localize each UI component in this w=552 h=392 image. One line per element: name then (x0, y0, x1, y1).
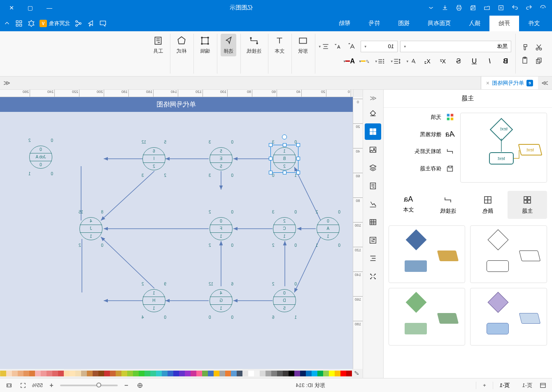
option-font[interactable]: Aa微软雅黑 (389, 130, 454, 139)
color-swatch[interactable] (283, 371, 289, 376)
theme-card[interactable] (470, 225, 547, 283)
node-G[interactable]: 612 4G1 00 (210, 289, 233, 312)
color-swatch[interactable] (300, 371, 306, 376)
color-swatch[interactable] (329, 371, 335, 376)
color-swatch[interactable] (254, 371, 260, 376)
print-icon[interactable] (453, 2, 465, 14)
color-swatch[interactable] (156, 371, 162, 376)
line-spacing-button[interactable]: ▾ (390, 56, 402, 67)
sidebar-layers-icon[interactable] (365, 160, 382, 176)
color-swatch[interactable] (173, 371, 179, 376)
color-swatch[interactable] (23, 371, 29, 376)
color-swatch[interactable] (0, 371, 6, 376)
sidebar-align-icon[interactable] (365, 250, 382, 267)
color-swatch[interactable] (202, 371, 208, 376)
case-button[interactable]: ▾ (406, 56, 417, 67)
sidebar-table-icon[interactable] (365, 214, 382, 230)
color-swatch[interactable] (121, 371, 127, 376)
color-swatch[interactable] (231, 371, 237, 376)
theme-card[interactable] (470, 288, 547, 346)
color-swatch[interactable] (185, 371, 191, 376)
fit-width-icon[interactable] (4, 380, 14, 390)
zoom-out-button[interactable]: − (122, 381, 131, 390)
color-swatch[interactable] (12, 371, 18, 376)
color-swatch[interactable] (47, 371, 52, 376)
menu-view[interactable]: 视图 (389, 16, 419, 31)
document-tab[interactable]: e 单代号网络图 × (481, 77, 538, 89)
node-C[interactable]: 03 2C1 02 (273, 217, 296, 240)
color-swatch[interactable] (294, 371, 300, 376)
strikethrough-button[interactable]: S (453, 56, 464, 67)
new-icon[interactable] (495, 2, 507, 14)
color-swatch[interactable] (323, 371, 329, 376)
close-button[interactable]: ✕ (3, 2, 20, 14)
menu-pagelayout[interactable]: 页面布局 (419, 16, 460, 31)
color-swatch[interactable] (271, 371, 277, 376)
node-I[interactable]: 512 6I2 23 (142, 147, 165, 170)
font-grow-button[interactable] (347, 41, 358, 52)
color-swatch[interactable] (335, 371, 340, 376)
color-swatch[interactable] (127, 371, 133, 376)
font-color-button[interactable]: A▾ (343, 56, 355, 67)
color-swatch[interactable] (70, 371, 75, 376)
color-swatch[interactable] (225, 371, 231, 376)
expand-left-icon[interactable]: ≫ (538, 77, 552, 89)
sidebar-fill-icon[interactable] (365, 105, 382, 122)
sidebar-transform-icon[interactable] (365, 268, 382, 285)
node-A[interactable]: 02 0A1 01 (317, 217, 340, 240)
option-save-theme[interactable]: 保存主题 (389, 164, 454, 173)
color-swatch[interactable] (18, 371, 23, 376)
theme-icon[interactable] (27, 19, 35, 28)
color-swatch[interactable] (340, 371, 346, 376)
share-icon[interactable] (74, 19, 82, 28)
color-swatch[interactable] (58, 371, 64, 376)
color-swatch[interactable] (179, 371, 185, 376)
user-account[interactable]: 北冥有鱼 V (40, 20, 70, 27)
color-swatch[interactable] (98, 371, 104, 376)
color-swatch[interactable] (196, 371, 202, 376)
redo-icon[interactable] (523, 2, 535, 14)
font-name-select[interactable]: 黑体▾ (400, 41, 511, 52)
menu-insert[interactable]: 插入 (460, 16, 489, 31)
color-swatch[interactable] (0, 371, 0, 376)
node-E[interactable]: 03 5E5 03 (210, 147, 233, 170)
color-swatch[interactable] (144, 371, 150, 376)
color-swatch[interactable] (64, 371, 70, 376)
bold-button[interactable]: B (500, 56, 511, 67)
maximize-button[interactable]: ▢ (22, 2, 39, 14)
node-D[interactable]: 02 0D5 16 (273, 289, 296, 312)
copy-button[interactable] (533, 55, 545, 66)
subscript-button[interactable]: X₂ (422, 56, 433, 67)
qat-dropdown-icon[interactable] (425, 2, 437, 14)
color-swatch[interactable] (208, 371, 214, 376)
color-swatch[interactable] (133, 371, 139, 376)
sidebar-image-icon[interactable] (365, 141, 382, 158)
color-swatch[interactable] (6, 371, 12, 376)
color-swatch[interactable] (162, 371, 168, 376)
apps-icon[interactable] (15, 19, 23, 28)
cut-button[interactable] (533, 42, 545, 53)
collapse-icon[interactable]: ≪ (365, 92, 382, 104)
sidebar-page-icon[interactable] (365, 178, 382, 194)
select-button[interactable]: 选择 (221, 34, 236, 56)
color-swatch[interactable] (81, 371, 87, 376)
theme-card[interactable] (389, 225, 466, 283)
rotate-handle-icon[interactable] (282, 135, 287, 139)
sidebar-theme-icon[interactable] (365, 123, 382, 140)
color-swatch[interactable] (87, 371, 93, 376)
collapse-ribbon-icon[interactable] (3, 20, 11, 27)
fit-page-icon[interactable] (135, 380, 145, 390)
open-icon[interactable] (481, 2, 493, 14)
tools-button[interactable]: 工具 (150, 34, 166, 56)
text-button[interactable]: 文本 (272, 34, 287, 56)
color-swatch[interactable] (110, 371, 116, 376)
color-swatch[interactable] (317, 371, 323, 376)
font-shrink-button[interactable] (333, 41, 344, 52)
add-page-button[interactable]: + (476, 382, 493, 389)
menu-home[interactable]: 开始 (489, 16, 519, 31)
color-swatch[interactable] (168, 371, 173, 376)
paste-button[interactable] (519, 55, 531, 66)
option-nofill[interactable]: 无填 (389, 113, 454, 122)
color-swatch[interactable] (150, 371, 156, 376)
close-tab-icon[interactable]: × (486, 80, 489, 86)
